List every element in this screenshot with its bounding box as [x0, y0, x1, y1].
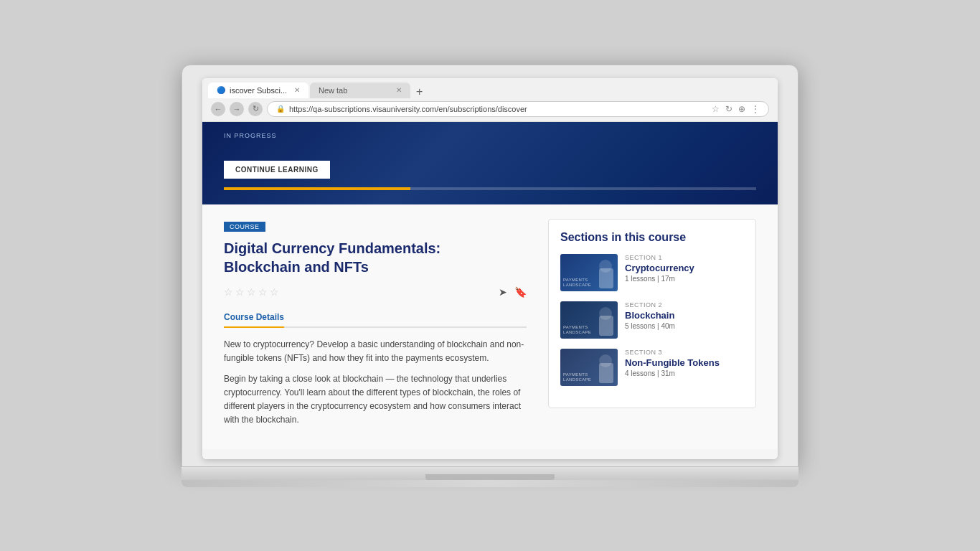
forward-button[interactable]: → [230, 102, 244, 116]
rating-stars[interactable]: ☆ ☆ ☆ ☆ ☆ [224, 286, 279, 298]
action-icons: ➤ 🔖 [499, 286, 527, 298]
address-bar-row: ← → ↻ 🔒 https://qa-subscriptions.visauni… [208, 98, 772, 121]
stars-row: ☆ ☆ ☆ ☆ ☆ ➤ 🔖 [224, 286, 527, 298]
progress-bar-fill [224, 187, 410, 190]
section-name-2: Blockchain [625, 310, 744, 321]
laptop-stand [182, 480, 798, 487]
section-name-3: Non-Fungible Tokens [625, 357, 744, 368]
section-thumbnail-2: PAYMENTSLANDSCAPE [560, 301, 618, 339]
sections-title: Sections in this course [560, 231, 744, 244]
address-bar[interactable]: 🔒 https://qa-subscriptions.visauniversit… [267, 101, 769, 117]
star-2[interactable]: ☆ [235, 286, 245, 298]
star-icon[interactable]: ☆ [712, 104, 720, 114]
in-progress-label: IN PROGRESS [224, 132, 756, 139]
course-title: Digital Currency Fundamentals: Blockchai… [224, 239, 527, 276]
tab-new[interactable]: New tab ✕ [310, 83, 410, 98]
share-icon[interactable]: ➤ [499, 286, 507, 298]
main-content: COURSE Digital Currency Fundamentals: Bl… [202, 204, 778, 449]
section-duration-2: 40m [661, 322, 674, 330]
lock-icon: 🔒 [276, 105, 285, 113]
refresh-icon[interactable]: ↻ [725, 104, 732, 114]
section-info-3: SECTION 3 Non-Fungible Tokens 4 lessons … [625, 349, 744, 377]
section-meta-3: 4 lessons | 31m [625, 369, 744, 377]
tab-close-newtab[interactable]: ✕ [396, 86, 402, 94]
section-lessons-3: 4 lessons [625, 369, 655, 377]
right-column: Sections in this course PAYMENTSLANDSCAP… [548, 219, 756, 408]
course-badge: COURSE [224, 222, 265, 232]
browser-window: 🔵 iscover Subsci... ✕ New tab ✕ + ← → ↻ [202, 78, 778, 459]
thumb-person-2 [599, 316, 613, 336]
thumb-label-3: PAYMENTSLANDSCAPE [563, 372, 591, 382]
menu-icon[interactable]: ⋮ [751, 104, 760, 114]
thumb-person-3 [599, 363, 613, 383]
section-thumbnail-3: PAYMENTSLANDSCAPE [560, 349, 618, 386]
section-meta-1: 1 lessons | 17m [625, 275, 744, 283]
screen-bezel: 🔵 iscover Subsci... ✕ New tab ✕ + ← → ↻ [182, 65, 798, 467]
new-tab-button[interactable]: + [412, 85, 427, 98]
tab-favicon: 🔵 [217, 86, 225, 94]
section-lessons-1: 1 lessons [625, 275, 655, 283]
thumb-person-1 [599, 268, 613, 288]
reload-button[interactable]: ↻ [248, 102, 263, 116]
hero-section: IN PROGRESS CONTINUE LEARNING [202, 122, 778, 204]
section-number-2: SECTION 2 [625, 301, 744, 309]
section-name-1: Cryptocurrency [625, 263, 744, 273]
back-button[interactable]: ← [211, 102, 225, 116]
section-item-1[interactable]: PAYMENTSLANDSCAPE SECTION 1 Cryptocurren… [560, 254, 744, 291]
tab-close-discover[interactable]: ✕ [294, 86, 300, 94]
left-column: COURSE Digital Currency Fundamentals: Bl… [224, 219, 548, 435]
course-description-1: New to cryptocurrency? Develop a basic u… [224, 338, 527, 365]
section-info-2: SECTION 2 Blockchain 5 lessons | 40m [625, 301, 744, 330]
tab-course-details[interactable]: Course Details [224, 308, 284, 328]
course-title-line1: Digital Currency Fundamentals: [224, 240, 440, 256]
star-4[interactable]: ☆ [258, 286, 268, 298]
star-3[interactable]: ☆ [247, 286, 256, 298]
laptop-base [182, 467, 798, 480]
section-info-1: SECTION 1 Cryptocurrency 1 lessons | 17m [625, 254, 744, 283]
section-item-3[interactable]: PAYMENTSLANDSCAPE SECTION 3 Non-Fungible… [560, 349, 744, 386]
star-1[interactable]: ☆ [224, 286, 233, 298]
tab-discover[interactable]: 🔵 iscover Subsci... ✕ [208, 83, 308, 98]
page-content: IN PROGRESS CONTINUE LEARNING COURSE Dig… [202, 122, 778, 459]
thumb-label-1: PAYMENTSLANDSCAPE [563, 278, 591, 288]
section-thumbnail-1: PAYMENTSLANDSCAPE [560, 254, 618, 291]
laptop: 🔵 iscover Subsci... ✕ New tab ✕ + ← → ↻ [182, 65, 798, 487]
address-bar-icons: ☆ ↻ ⊕ ⋮ [712, 104, 760, 114]
course-title-line2: Blockchain and NFTs [224, 259, 369, 275]
section-duration-1: 17m [661, 275, 674, 283]
tabs-row: 🔵 iscover Subsci... ✕ New tab ✕ + [208, 83, 772, 98]
tab-label-newtab: New tab [319, 86, 347, 95]
section-lessons-2: 5 lessons [625, 322, 655, 330]
browser-chrome: 🔵 iscover Subsci... ✕ New tab ✕ + ← → ↻ [202, 78, 778, 122]
url-text: https://qa-subscriptions.visauniversity.… [289, 105, 527, 113]
section-meta-2: 5 lessons | 40m [625, 322, 744, 330]
section-number-1: SECTION 1 [625, 254, 744, 261]
tab-label-discover: iscover Subsci... [230, 86, 287, 95]
star-5[interactable]: ☆ [270, 286, 279, 298]
bookmark-icon[interactable]: ⊕ [738, 104, 745, 114]
continue-learning-button[interactable]: CONTINUE LEARNING [224, 161, 330, 179]
course-tabs: Course Details [224, 308, 527, 328]
course-description-2: Begin by taking a close look at blockcha… [224, 372, 527, 428]
section-number-3: SECTION 3 [625, 349, 744, 356]
section-item-2[interactable]: PAYMENTSLANDSCAPE SECTION 2 Blockchain 5… [560, 301, 744, 339]
thumb-label-2: PAYMENTSLANDSCAPE [563, 325, 591, 335]
section-duration-3: 31m [661, 369, 674, 377]
bookmark-course-icon[interactable]: 🔖 [514, 286, 527, 298]
progress-bar-container [224, 187, 756, 190]
